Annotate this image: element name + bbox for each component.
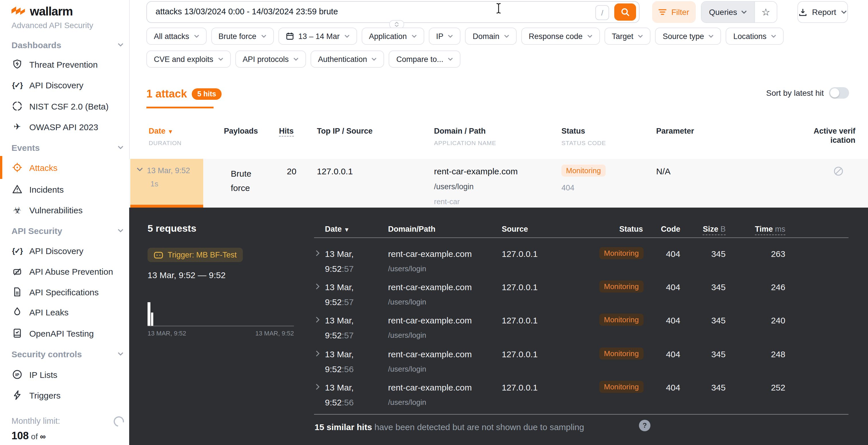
sidebar-item-owasp-api[interactable]: ✈ OWASP API 2023: [11, 119, 123, 135]
queries-button[interactable]: Queries: [702, 2, 754, 22]
chip-target[interactable]: Target: [604, 28, 651, 45]
droplet-icon: [11, 307, 23, 317]
req-time: 9:52:56: [325, 364, 353, 374]
attack-domain: rent-car-example.com: [434, 166, 518, 176]
req-time-ms: 246: [739, 282, 785, 292]
chip-application[interactable]: Application: [361, 28, 424, 45]
chip-cve-exploits[interactable]: CVE and exploits: [146, 50, 230, 68]
trigger-badge[interactable]: Trigger: MB BF-Test: [148, 248, 243, 262]
req-path: /users/login: [388, 398, 426, 407]
chip-ip[interactable]: IP: [429, 28, 461, 45]
chip-brute-force[interactable]: Brute force: [211, 28, 274, 45]
sparkline-bar-2: [151, 312, 153, 326]
sidebar-section-events[interactable]: Events: [11, 139, 123, 156]
req-header-size[interactable]: Size B: [680, 225, 725, 233]
filter-icon: [659, 9, 667, 15]
column-header-domain-path[interactable]: Domain / Path: [434, 127, 486, 135]
attack-date: 13 Mar, 9:52: [147, 166, 190, 175]
req-domain: rent-car-example.com: [388, 349, 472, 359]
braces-check-icon: {✓}: [11, 80, 23, 89]
chevron-down-icon: [261, 34, 266, 38]
sidebar-item-triggers[interactable]: Triggers: [11, 387, 123, 403]
document-icon: [11, 287, 23, 297]
attack-count-tab[interactable]: 1 attack 5 hits: [146, 88, 222, 100]
sidebar-item-vulnerabilities[interactable]: ☣ Vulnerabilities: [11, 202, 123, 218]
column-header-active-verification[interactable]: Active verification: [813, 127, 856, 145]
sampling-divider: [314, 414, 848, 415]
sidebar-item-api-discovery-2[interactable]: {✓} API Discovery: [11, 243, 123, 259]
chevron-down-icon: [587, 34, 592, 38]
expand-chevron-icon[interactable]: [316, 283, 320, 289]
req-domain: rent-car-example.com: [388, 315, 472, 325]
req-header-date[interactable]: Date ▼: [325, 225, 350, 233]
column-subheader-status-code: STATUS CODE: [561, 139, 606, 146]
sidebar-section-security-controls[interactable]: Security controls: [11, 346, 123, 362]
search-button[interactable]: [614, 3, 636, 21]
column-subheader-application-name: APPLICATION NAME: [434, 139, 496, 146]
req-header-domain-path[interactable]: Domain/Path: [388, 225, 435, 233]
sidebar-item-api-abuse-prevention[interactable]: API Abuse Prevention: [11, 263, 123, 279]
sampling-note: 15 similar hits have been detected but a…: [315, 422, 584, 432]
req-header-time[interactable]: Time ms: [739, 225, 785, 233]
req-source: 127.0.0.1: [502, 382, 538, 392]
chevron-down-icon: [118, 229, 123, 232]
filter-button[interactable]: Filter: [652, 1, 696, 23]
infinity-symbol: ∞: [40, 432, 45, 441]
chip-compare-to[interactable]: Compare to...: [389, 50, 461, 68]
req-path: /users/login: [388, 298, 426, 306]
axis-label-start: 13 MAR, 9:52: [148, 330, 186, 337]
req-time-ms: 240: [739, 315, 785, 325]
search-input[interactable]: attacks 13/03/2024 0:00 - 14/03/2024 23:…: [146, 1, 640, 23]
favorite-star-button[interactable]: ☆: [754, 2, 777, 22]
column-header-hits[interactable]: Hits: [279, 127, 293, 135]
req-domain: rent-car-example.com: [388, 382, 472, 392]
sidebar-section-api-security[interactable]: API Security: [11, 222, 123, 239]
braces-check-icon: {✓}: [11, 246, 23, 255]
expand-chevron-icon[interactable]: [316, 350, 320, 357]
sidebar-item-api-specifications[interactable]: API Specifications: [11, 284, 123, 300]
req-header-status[interactable]: Status: [597, 225, 643, 233]
req-date: 13 Mar,: [325, 315, 353, 325]
collapse-chevron-icon[interactable]: [136, 167, 143, 171]
expand-chevron-icon[interactable]: [316, 250, 320, 256]
sidebar-item-attacks[interactable]: Attacks: [11, 160, 123, 175]
sidebar-item-ip-lists[interactable]: IP IP Lists: [11, 367, 123, 382]
chip-authentication[interactable]: Authentication: [311, 50, 384, 68]
chip-locations[interactable]: Locations: [726, 28, 784, 45]
expand-chevron-icon[interactable]: [316, 316, 320, 323]
column-subheader-duration: DURATION: [149, 139, 182, 146]
column-header-payloads[interactable]: Payloads: [224, 127, 258, 135]
chevron-down-icon: [118, 352, 123, 355]
column-header-status[interactable]: Status: [561, 127, 585, 135]
active-item-indicator: [0, 156, 2, 179]
sidebar-section-dashboards[interactable]: Dashboards: [11, 37, 123, 53]
req-header-source[interactable]: Source: [502, 225, 528, 233]
sidebar-item-api-leaks[interactable]: API Leaks: [11, 304, 123, 320]
sidebar-item-threat-prevention[interactable]: Threat Prevention: [11, 56, 123, 72]
chip-date-range[interactable]: 13 – 14 Mar: [278, 28, 357, 45]
column-header-parameter[interactable]: Parameter: [656, 127, 694, 135]
chip-response-code[interactable]: Response code: [521, 28, 600, 45]
chip-domain[interactable]: Domain: [465, 28, 517, 45]
req-status-badge: Monitoring: [599, 247, 643, 259]
brand-name: wallarm: [30, 5, 73, 19]
sidebar-item-openapi-testing[interactable]: OpenAPI Testing: [11, 325, 123, 341]
help-icon[interactable]: ?: [639, 420, 650, 431]
sidebar-item-nist-csf[interactable]: NIST CSF 2.0 (Beta): [11, 98, 123, 114]
brand[interactable]: wallarm: [11, 5, 73, 19]
report-button[interactable]: Report: [797, 1, 848, 23]
sidebar-item-incidents[interactable]: Incidents: [11, 181, 123, 197]
chevron-down-icon: [118, 146, 123, 149]
req-path: /users/login: [388, 331, 426, 340]
sort-toggle[interactable]: [829, 87, 849, 99]
column-header-top-ip-source[interactable]: Top IP / Source: [317, 127, 373, 135]
column-header-date[interactable]: Date ▼: [149, 127, 174, 135]
active-verification-disabled-icon[interactable]: [834, 166, 843, 176]
req-header-code[interactable]: Code: [646, 225, 680, 233]
sidebar-item-api-discovery[interactable]: {✓} API Discovery: [11, 77, 123, 93]
search-value: attacks 13/03/2024 0:00 - 14/03/2024 23:…: [156, 7, 338, 16]
chip-api-protocols[interactable]: API protocols: [235, 50, 306, 68]
chip-source-type[interactable]: Source type: [655, 28, 721, 45]
expand-chevron-icon[interactable]: [316, 384, 320, 390]
chip-all-attacks[interactable]: All attacks: [146, 28, 206, 45]
